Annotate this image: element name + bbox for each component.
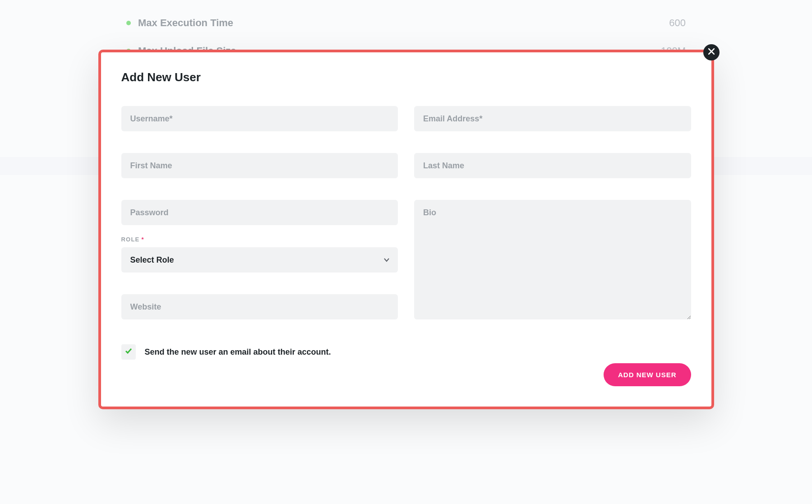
role-select[interactable]: Select Role [121, 247, 398, 273]
close-icon [708, 48, 715, 56]
email-input[interactable] [414, 106, 691, 131]
send-email-label: Send the new user an email about their a… [145, 347, 331, 357]
password-input[interactable] [121, 200, 398, 225]
lastname-input[interactable] [414, 153, 691, 178]
send-email-checkbox-row: Send the new user an email about their a… [121, 344, 691, 360]
role-label: ROLE [121, 236, 140, 243]
modal-backdrop: Add New User ROLE * Select Ro [0, 0, 812, 504]
form-grid: ROLE * Select Role [121, 106, 691, 319]
modal-footer: ADD NEW USER [121, 363, 691, 386]
website-input[interactable] [121, 294, 398, 319]
check-icon [125, 347, 132, 356]
modal-title: Add New User [121, 70, 691, 84]
close-button[interactable] [703, 44, 720, 60]
firstname-input[interactable] [121, 153, 398, 178]
form-right-column [414, 106, 691, 319]
bio-textarea[interactable] [414, 200, 691, 319]
send-email-checkbox[interactable] [121, 344, 136, 360]
form-left-column: ROLE * Select Role [121, 106, 398, 319]
add-new-user-button[interactable]: ADD NEW USER [604, 363, 691, 386]
add-user-modal: Add New User ROLE * Select Ro [98, 50, 714, 409]
role-field-group: ROLE * Select Role [121, 236, 398, 273]
username-input[interactable] [121, 106, 398, 131]
required-asterisk: * [141, 236, 143, 243]
